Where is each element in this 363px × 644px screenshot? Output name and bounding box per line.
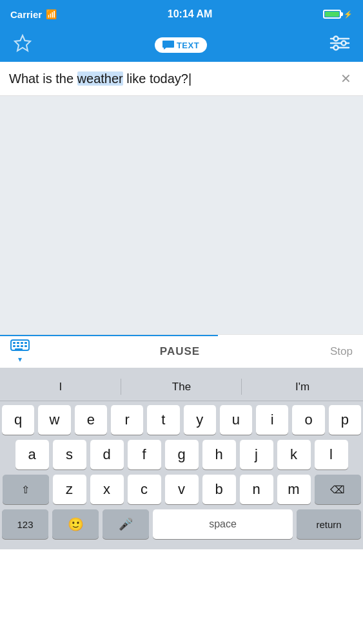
text-badge-label: TEXT <box>177 41 199 50</box>
chat-bubble-icon <box>162 40 174 50</box>
key-u[interactable]: u <box>220 405 252 435</box>
key-c[interactable]: c <box>128 475 161 504</box>
content-area <box>0 96 363 334</box>
key-h[interactable]: h <box>202 440 236 469</box>
carrier-label: Carrier <box>10 9 42 20</box>
key-s[interactable]: s <box>53 440 86 469</box>
key-j[interactable]: j <box>240 440 273 469</box>
favorites-button[interactable] <box>13 33 32 57</box>
key-w[interactable]: w <box>38 405 70 435</box>
battery-icon <box>323 10 341 19</box>
clear-button[interactable]: ✕ <box>338 68 354 89</box>
svg-rect-11 <box>25 342 27 344</box>
key-m[interactable]: m <box>277 475 311 504</box>
svg-rect-8 <box>13 342 15 344</box>
key-d[interactable]: d <box>90 440 124 469</box>
key-i[interactable]: i <box>256 405 288 435</box>
key-v[interactable]: v <box>165 475 199 504</box>
pause-button[interactable]: PAUSE <box>160 345 200 358</box>
status-bar: Carrier 📶 10:14 AM ⚡ <box>0 0 363 28</box>
bottom-bar: ▾ PAUSE Stop <box>0 334 363 368</box>
mic-key[interactable]: 🎤 <box>103 509 149 539</box>
svg-rect-9 <box>17 342 19 344</box>
stop-button[interactable]: Stop <box>330 345 353 358</box>
emoji-key[interactable]: 🙂 <box>52 509 99 539</box>
status-battery: ⚡ <box>323 10 353 19</box>
svg-point-5 <box>341 41 346 46</box>
autocomplete-item-im[interactable]: I'm <box>242 373 363 401</box>
key-row-2: a s d f g h j k l <box>2 440 361 469</box>
key-row-4: 123 🙂 🎤 space return <box>2 509 361 545</box>
settings-button[interactable] <box>329 34 350 56</box>
progress-bar <box>0 335 218 336</box>
key-q[interactable]: q <box>2 405 34 435</box>
keyboard: I The I'm q w e r t y u i o p a s d f g <box>0 368 363 549</box>
svg-rect-10 <box>21 342 23 344</box>
backspace-key[interactable]: ⌫ <box>315 475 361 504</box>
key-l[interactable]: l <box>315 440 348 469</box>
status-carrier: Carrier 📶 <box>10 9 57 20</box>
return-key[interactable]: return <box>297 509 361 539</box>
battery-fill <box>325 12 339 17</box>
highlighted-word: weather <box>77 71 123 86</box>
key-row-3: ⇧ z x c v b n m ⌫ <box>2 475 361 504</box>
svg-rect-16 <box>15 348 23 350</box>
shift-key[interactable]: ⇧ <box>3 475 49 504</box>
key-p[interactable]: p <box>329 405 361 435</box>
keyboard-icon <box>10 339 30 354</box>
text-mode-badge[interactable]: TEXT <box>155 37 207 53</box>
key-b[interactable]: b <box>202 475 236 504</box>
autocomplete-row: I The I'm <box>0 373 363 401</box>
key-f[interactable]: f <box>128 440 161 469</box>
key-o[interactable]: o <box>292 405 324 435</box>
status-time: 10:14 AM <box>168 8 213 20</box>
key-x[interactable]: x <box>90 475 124 504</box>
autocomplete-item-i[interactable]: I <box>0 373 121 401</box>
key-y[interactable]: y <box>184 405 216 435</box>
svg-rect-14 <box>21 345 23 347</box>
key-g[interactable]: g <box>165 440 199 469</box>
svg-rect-15 <box>25 345 27 347</box>
key-k[interactable]: k <box>277 440 311 469</box>
wifi-icon: 📶 <box>46 9 57 19</box>
space-key[interactable]: space <box>153 509 293 539</box>
svg-rect-13 <box>17 345 19 347</box>
chevron-down-icon: ▾ <box>18 355 22 364</box>
svg-marker-0 <box>15 35 30 51</box>
autocomplete-item-the[interactable]: The <box>121 373 242 401</box>
key-rows: q w e r t y u i o p a s d f g h j k l ⇧ … <box>0 401 363 549</box>
bolt-icon: ⚡ <box>344 10 353 19</box>
key-e[interactable]: e <box>75 405 107 435</box>
numbers-key[interactable]: 123 <box>2 509 48 539</box>
svg-point-4 <box>333 37 338 41</box>
keyboard-toggle-button[interactable]: ▾ <box>10 339 30 364</box>
key-z[interactable]: z <box>53 475 86 504</box>
key-a[interactable]: a <box>15 440 49 469</box>
svg-rect-12 <box>13 345 15 347</box>
key-t[interactable]: t <box>147 405 179 435</box>
key-row-1: q w e r t y u i o p <box>2 405 361 435</box>
svg-point-6 <box>333 46 338 50</box>
key-n[interactable]: n <box>240 475 273 504</box>
nav-bar: TEXT <box>0 28 363 62</box>
key-r[interactable]: r <box>111 405 143 435</box>
search-bar: What is the weather like today?| ✕ <box>0 62 363 96</box>
search-input[interactable]: What is the weather like today?| <box>9 71 338 86</box>
